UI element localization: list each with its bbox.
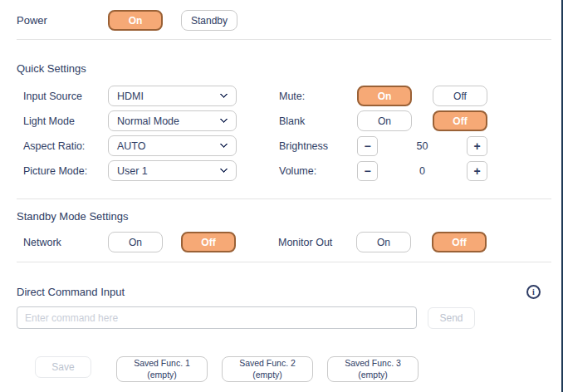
power-on-button[interactable]: On: [108, 10, 163, 31]
volume-label: Volume:: [279, 165, 357, 177]
brightness-stepper: − 50 +: [357, 136, 487, 156]
saved-functions-row: Save Saved Func. 1 (empty) Saved Func. 2…: [0, 356, 561, 382]
blank-off-button[interactable]: Off: [433, 110, 487, 131]
input-source-value: HDMI: [117, 91, 144, 102]
input-source-label: Input Source: [23, 91, 108, 102]
light-mode-label: Light Mode: [23, 115, 108, 127]
power-row: Power On Standby: [17, 10, 561, 31]
aspect-ratio-label: Aspect Ratio:: [23, 140, 108, 152]
mute-off-button[interactable]: Off: [433, 86, 487, 106]
saved-func-2-name: Saved Func. 2: [239, 358, 296, 370]
network-off-button[interactable]: Off: [181, 232, 236, 252]
direct-command-header: Direct Command Input i: [17, 285, 541, 299]
chevron-down-icon: [220, 115, 228, 124]
light-mode-value: Normal Mode: [117, 115, 179, 127]
monitor-out-off-button[interactable]: Off: [432, 232, 487, 252]
brightness-value: 50: [378, 140, 467, 152]
aspect-ratio-value: AUTO: [117, 140, 146, 152]
picture-mode-value: User 1: [117, 165, 148, 177]
monitor-out-toggle: On Off: [356, 232, 487, 252]
volume-minus-button[interactable]: −: [357, 161, 378, 181]
blank-toggle: On Off: [357, 110, 487, 131]
brightness-plus-button[interactable]: +: [467, 136, 487, 156]
chevron-down-icon: [220, 165, 228, 174]
aspect-ratio-row: Aspect Ratio: AUTO Brightness − 50 +: [0, 135, 561, 156]
input-source-row: Input Source HDMI Mute: On Off: [0, 86, 561, 106]
saved-func-1-name: Saved Func. 1: [134, 358, 190, 370]
network-label: Network: [23, 237, 108, 248]
picture-mode-label: Picture Mode:: [23, 165, 108, 177]
mute-label: Mute:: [279, 91, 357, 102]
save-button[interactable]: Save: [35, 356, 91, 378]
blank-label: Blank: [279, 115, 357, 127]
saved-functions-group: Saved Func. 1 (empty) Saved Func. 2 (emp…: [116, 356, 419, 382]
picture-mode-dropdown[interactable]: User 1: [108, 160, 237, 181]
saved-func-3-name: Saved Func. 3: [345, 358, 401, 370]
saved-func-3-status: (empty): [358, 370, 388, 381]
brightness-minus-button[interactable]: −: [357, 136, 378, 156]
standby-mode-settings-title: Standby Mode Settings: [17, 210, 561, 223]
command-input[interactable]: [17, 306, 417, 329]
aspect-ratio-dropdown[interactable]: AUTO: [108, 135, 237, 156]
projector-control-panel: Power On Standby Quick Settings Input So…: [0, 0, 563, 392]
power-label: Power: [17, 14, 108, 27]
saved-func-2-button[interactable]: Saved Func. 2 (empty): [222, 356, 313, 382]
blank-on-button[interactable]: On: [357, 110, 412, 131]
send-button[interactable]: Send: [428, 307, 475, 329]
volume-plus-button[interactable]: +: [467, 161, 487, 181]
monitor-out-label: Monitor Out: [278, 237, 356, 248]
saved-func-1-button[interactable]: Saved Func. 1 (empty): [116, 356, 208, 382]
light-mode-dropdown[interactable]: Normal Mode: [108, 110, 237, 131]
quick-settings-title: Quick Settings: [17, 62, 561, 75]
network-toggle: On Off: [108, 232, 236, 252]
network-on-button[interactable]: On: [108, 232, 163, 252]
saved-func-1-status: (empty): [147, 370, 177, 381]
divider: [17, 39, 551, 40]
chevron-down-icon: [220, 140, 228, 149]
mute-toggle: On Off: [357, 86, 487, 106]
light-mode-row: Light Mode Normal Mode Blank On Off: [0, 110, 561, 131]
mute-on-button[interactable]: On: [357, 86, 412, 106]
divider: [17, 198, 551, 199]
monitor-out-on-button[interactable]: On: [356, 232, 411, 252]
saved-func-3-button[interactable]: Saved Func. 3 (empty): [327, 356, 419, 382]
picture-mode-row: Picture Mode: User 1 Volume: − 0 +: [0, 160, 561, 181]
divider: [17, 262, 551, 262]
direct-command-row: Send: [17, 306, 561, 329]
volume-value: 0: [378, 165, 467, 177]
input-source-dropdown[interactable]: HDMI: [108, 86, 237, 106]
info-icon[interactable]: i: [526, 285, 541, 299]
brightness-label: Brightness: [279, 140, 357, 152]
volume-stepper: − 0 +: [357, 161, 487, 181]
standby-settings-row: Network On Off Monitor Out On Off: [0, 232, 561, 252]
saved-func-2-status: (empty): [252, 370, 282, 381]
chevron-down-icon: [220, 91, 228, 99]
direct-command-title: Direct Command Input: [17, 286, 125, 298]
power-standby-button[interactable]: Standby: [181, 10, 237, 31]
